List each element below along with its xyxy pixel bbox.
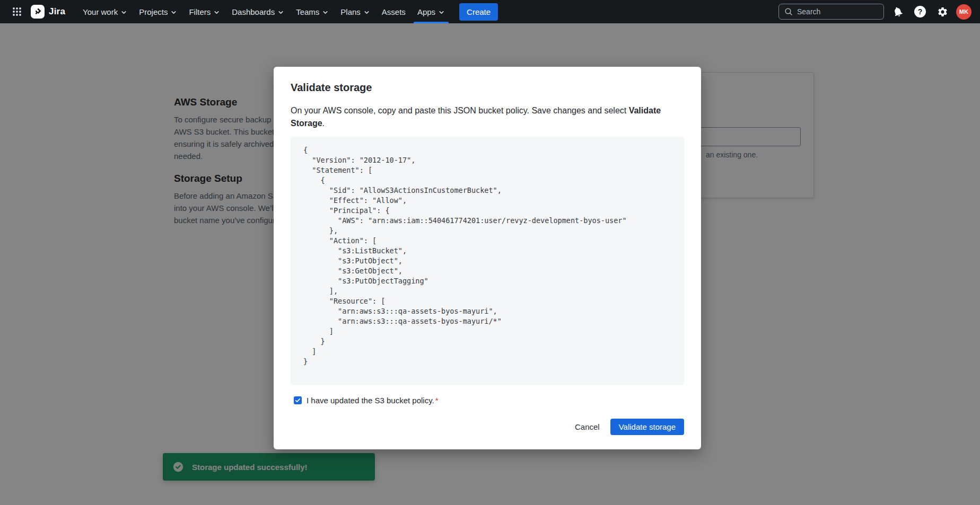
dialog-description: On your AWS console, copy and paste this… [291,104,684,130]
chevron-down-icon [438,9,445,16]
chevron-down-icon [363,9,370,16]
settings-button[interactable] [934,3,951,20]
policy-updated-row: I have updated the S3 bucket policy. * [294,396,684,405]
navbar-left: Jira Your work Projects Filters Dashboar… [8,0,778,23]
help-icon: ? [914,6,926,17]
validate-storage-button[interactable]: Validate storage [610,419,684,435]
dialog-title: Validate storage [291,82,684,94]
screen: Jira Your work Projects Filters Dashboar… [0,0,980,505]
checkbox-label: I have updated the S3 bucket policy. [307,396,434,405]
nav-item-teams[interactable]: Teams [290,0,335,23]
chevron-down-icon [170,9,177,16]
nav-menu: Your work Projects Filters Dashboards Te… [77,0,451,23]
app-switcher-button[interactable] [8,3,25,20]
nav-item-projects[interactable]: Projects [133,0,183,23]
bucket-policy-code-block: { "Version": "2012-10-17", "Statement": … [291,137,684,385]
user-avatar[interactable]: MK [956,4,972,20]
jira-logo-icon [31,5,45,19]
gear-icon [937,6,948,17]
cancel-button[interactable]: Cancel [567,419,607,435]
validate-storage-dialog: Validate storage On your AWS console, co… [274,67,701,449]
policy-updated-checkbox[interactable] [294,396,302,404]
chevron-down-icon [120,9,127,16]
bell-icon [892,6,904,17]
chevron-down-icon [213,9,220,16]
search-box[interactable] [778,4,884,20]
nav-item-assets[interactable]: Assets [376,0,412,23]
search-icon [784,7,793,16]
app-grid-icon [12,6,22,17]
nav-item-plans[interactable]: Plans [335,0,376,23]
help-button[interactable]: ? [912,3,929,20]
nav-item-filters[interactable]: Filters [183,0,226,23]
navbar-right: ? MK [778,3,972,20]
nav-item-apps[interactable]: Apps [412,0,451,23]
product-name: Jira [49,6,65,17]
search-input[interactable] [797,7,878,16]
chevron-down-icon [277,9,284,16]
bucket-policy-json: { "Version": "2012-10-17", "Statement": … [303,145,671,367]
jira-home-link[interactable]: Jira [31,5,65,19]
nav-item-dashboards[interactable]: Dashboards [226,0,290,23]
required-asterisk: * [435,396,439,405]
top-navbar: Jira Your work Projects Filters Dashboar… [0,0,980,23]
chevron-down-icon [322,9,329,16]
dialog-footer: Cancel Validate storage [291,419,684,435]
nav-item-your-work[interactable]: Your work [77,0,133,23]
notifications-button[interactable] [889,3,906,20]
create-button[interactable]: Create [459,3,498,21]
check-icon [294,397,301,404]
